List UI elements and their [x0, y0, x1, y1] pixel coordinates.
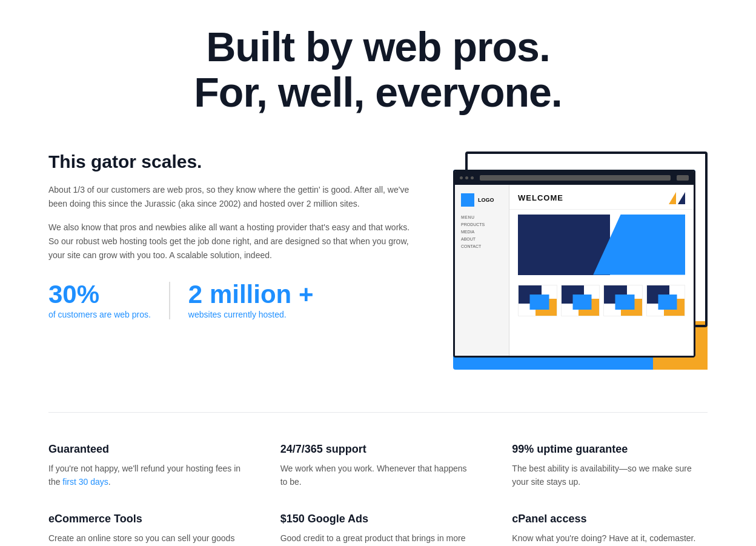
illus-nav-products: PRODUCTS: [461, 222, 503, 227]
illus-card-2: [561, 285, 600, 316]
hero-line2: For, well, everyone.: [194, 69, 562, 115]
browser-url-bar: [480, 175, 671, 181]
hero-heading: Built by web pros. For, well, everyone.: [48, 24, 708, 115]
feature-title-6: cPanel access: [512, 513, 708, 525]
stat-block-1: 30% of customers are web pros.: [48, 282, 169, 319]
main-right: LOGO MENU PRODUCTS MEDIA ABOUT CONTACT W…: [453, 151, 708, 370]
feature-ecommerce: eCommerce Tools Create an online store s…: [48, 513, 244, 546]
feature-title-1: Guaranteed: [48, 443, 244, 456]
section-divider: [48, 412, 708, 413]
feature-title-2: 24/7/365 support: [280, 443, 476, 456]
card-blue-4: [658, 295, 677, 310]
triangle-blue-icon: [678, 192, 685, 204]
illus-sidebar: LOGO MENU PRODUCTS MEDIA ABOUT CONTACT: [455, 185, 509, 356]
illus-nav-media: MEDIA: [461, 229, 503, 235]
illus-card-1: [518, 285, 557, 316]
illus-welcome-text: WELCOME: [518, 193, 563, 202]
feature-desc-2: We work when you work. Whenever that hap…: [280, 462, 476, 489]
illus-card-3: [603, 285, 643, 316]
illus-card-4: [646, 285, 686, 316]
link-30-days[interactable]: first 30 days: [62, 477, 108, 487]
feature-title-4: eCommerce Tools: [48, 513, 244, 525]
feature-desc-6: Know what you're doing? Have at it, code…: [512, 531, 708, 545]
main-section: This gator scales. About 1/3 of our cust…: [48, 151, 708, 370]
illus-logo-row: LOGO: [461, 193, 503, 207]
illus-logo-text: LOGO: [478, 197, 494, 203]
illus-nav-contact: CONTACT: [461, 244, 503, 249]
feature-title-5: $150 Google Ads: [280, 513, 476, 525]
browser-dot-1: [460, 176, 463, 179]
feature-title-3: 99% uptime guarantee: [512, 443, 708, 456]
stat-block-2: 2 million + websites currently hosted.: [169, 282, 332, 319]
card-blue-3: [615, 295, 634, 310]
feature-cpanel: cPanel access Know what you're doing? Ha…: [512, 513, 708, 546]
illus-hero-dark: [518, 215, 610, 275]
browser-bar: [455, 171, 694, 185]
illustration: LOGO MENU PRODUCTS MEDIA ABOUT CONTACT W…: [453, 151, 708, 370]
paragraph1: About 1/3 of our customers are web pros,…: [48, 183, 417, 211]
illus-triangles: [669, 192, 685, 204]
feature-guaranteed: Guaranteed If you're not happy, we'll re…: [48, 443, 244, 489]
browser-dot-2: [465, 176, 468, 179]
feature-uptime: 99% uptime guarantee The best ability is…: [512, 443, 708, 489]
illus-nav-label: MENU: [461, 215, 503, 219]
stat2-number: 2 million +: [188, 282, 314, 307]
feature-desc-3: The best ability is availability—so we m…: [512, 462, 708, 489]
browser-dot-3: [471, 176, 474, 179]
stat1-label: of customers are web pros.: [48, 310, 151, 319]
stat1-number: 30%: [48, 282, 151, 307]
feature-desc-4: Create an online store so you can sell y…: [48, 531, 244, 546]
triangle-orange-icon: [669, 192, 676, 204]
feature-desc-5: Good credit to a great product that brin…: [280, 531, 476, 546]
paragraph2: We also know that pros and newbies alike…: [48, 221, 417, 262]
illus-nav-about: ABOUT: [461, 236, 503, 242]
card-blue-2: [572, 295, 591, 310]
stats-row: 30% of customers are web pros. 2 million…: [48, 282, 417, 319]
main-left: This gator scales. About 1/3 of our cust…: [48, 151, 417, 319]
stat2-label: websites currently hosted.: [188, 310, 314, 319]
illus-cards-row: [509, 280, 694, 321]
card-blue-1: [530, 295, 549, 310]
illus-logo-icon: [461, 193, 474, 207]
browser-button: [677, 175, 689, 181]
section-title: This gator scales.: [48, 151, 417, 172]
feature-support: 24/7/365 support We work when you work. …: [280, 443, 476, 489]
hero-line1: Built by web pros.: [206, 24, 550, 70]
illus-hero-image: [518, 215, 685, 275]
illus-welcome-header: WELCOME: [509, 185, 694, 210]
browser-content: LOGO MENU PRODUCTS MEDIA ABOUT CONTACT W…: [455, 185, 694, 356]
illus-main-content: WELCOME: [509, 185, 694, 356]
feature-desc-1: If you're not happy, we'll refund your h…: [48, 462, 244, 489]
features-grid: Guaranteed If you're not happy, we'll re…: [48, 443, 708, 546]
feature-google-ads: $150 Google Ads Good credit to a great p…: [280, 513, 476, 546]
